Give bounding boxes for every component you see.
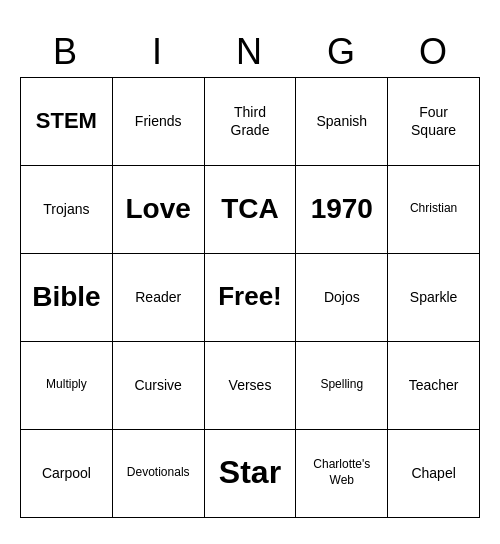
bingo-cell: Friends (113, 78, 205, 166)
header-letter: N (204, 27, 296, 77)
bingo-cell: Christian (388, 166, 480, 254)
cell-text: Carpool (42, 464, 91, 482)
cell-text: TCA (221, 191, 279, 227)
cell-text: Reader (135, 288, 181, 306)
bingo-cell: Trojans (21, 166, 113, 254)
bingo-cell: Sparkle (388, 254, 480, 342)
cell-text: Spelling (320, 377, 363, 393)
bingo-cell: Love (113, 166, 205, 254)
cell-text: Teacher (409, 376, 459, 394)
header-letter: G (296, 27, 388, 77)
bingo-cell: Charlotte'sWeb (296, 430, 388, 518)
cell-text: Multiply (46, 377, 87, 393)
header-letter: O (388, 27, 480, 77)
bingo-cell: TCA (205, 166, 297, 254)
cell-text: Sparkle (410, 288, 457, 306)
cell-text: Verses (229, 376, 272, 394)
bingo-cell: 1970 (296, 166, 388, 254)
bingo-cell: Teacher (388, 342, 480, 430)
cell-text: ThirdGrade (231, 103, 270, 139)
cell-text: STEM (36, 107, 97, 136)
header-letter: B (20, 27, 112, 77)
bingo-cell: Cursive (113, 342, 205, 430)
bingo-cell: Free! (205, 254, 297, 342)
header-letter: I (112, 27, 204, 77)
bingo-card: BINGO STEMFriendsThirdGradeSpanishFourSq… (20, 27, 480, 518)
bingo-cell: Spelling (296, 342, 388, 430)
bingo-cell: Devotionals (113, 430, 205, 518)
bingo-cell: ThirdGrade (205, 78, 297, 166)
cell-text: Spanish (316, 112, 367, 130)
bingo-header: BINGO (20, 27, 480, 77)
bingo-cell: Chapel (388, 430, 480, 518)
bingo-cell: STEM (21, 78, 113, 166)
bingo-cell: FourSquare (388, 78, 480, 166)
bingo-grid: STEMFriendsThirdGradeSpanishFourSquareTr… (20, 77, 480, 518)
cell-text: FourSquare (411, 103, 456, 139)
cell-text: Friends (135, 112, 182, 130)
cell-text: Trojans (43, 200, 89, 218)
cell-text: Cursive (134, 376, 181, 394)
bingo-cell: Reader (113, 254, 205, 342)
cell-text: Christian (410, 201, 457, 217)
cell-text: Bible (32, 279, 100, 315)
cell-text: Star (219, 452, 281, 494)
cell-text: Devotionals (127, 465, 190, 481)
cell-text: Dojos (324, 288, 360, 306)
bingo-cell: Dojos (296, 254, 388, 342)
cell-text: Love (126, 191, 191, 227)
bingo-cell: Spanish (296, 78, 388, 166)
bingo-cell: Multiply (21, 342, 113, 430)
bingo-cell: Bible (21, 254, 113, 342)
cell-text: Chapel (411, 464, 455, 482)
bingo-cell: Carpool (21, 430, 113, 518)
bingo-cell: Verses (205, 342, 297, 430)
cell-text: Free! (218, 280, 282, 314)
cell-text: 1970 (311, 191, 373, 227)
bingo-cell: Star (205, 430, 297, 518)
cell-text: Charlotte'sWeb (313, 457, 370, 488)
